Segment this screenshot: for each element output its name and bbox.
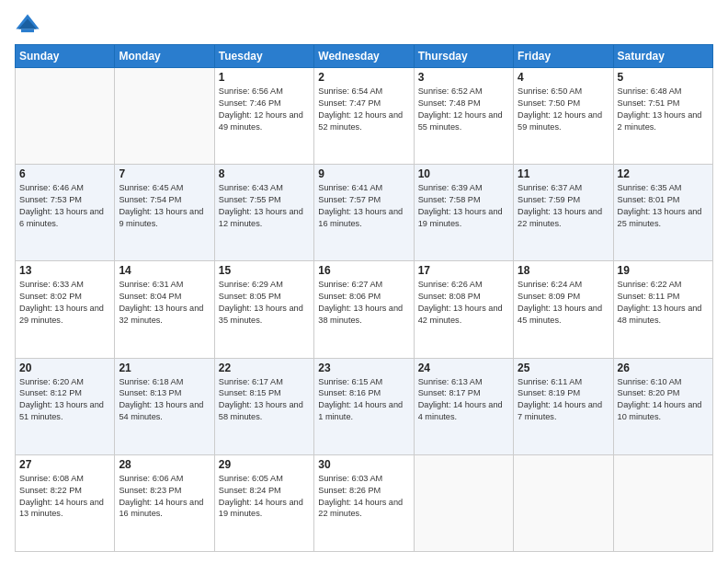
day-info: Sunrise: 6:26 AM Sunset: 8:08 PM Dayligh… — [418, 279, 509, 327]
calendar-cell: 6Sunrise: 6:46 AM Sunset: 7:53 PM Daylig… — [16, 165, 115, 261]
weekday-wednesday: Wednesday — [314, 45, 414, 68]
calendar-cell: 23Sunrise: 6:15 AM Sunset: 8:16 PM Dayli… — [314, 358, 414, 454]
day-number: 25 — [518, 362, 609, 374]
calendar-cell — [514, 454, 613, 551]
weekday-saturday: Saturday — [613, 45, 712, 68]
weekday-header-row: SundayMondayTuesdayWednesdayThursdayFrid… — [16, 45, 713, 68]
day-number: 21 — [119, 362, 210, 374]
logo — [15, 11, 44, 37]
svg-rect-2 — [21, 29, 34, 32]
day-number: 16 — [318, 264, 409, 277]
week-row-5: 27Sunrise: 6:08 AM Sunset: 8:22 PM Dayli… — [16, 454, 713, 551]
calendar-cell: 30Sunrise: 6:03 AM Sunset: 8:26 PM Dayli… — [314, 454, 414, 551]
calendar-cell: 29Sunrise: 6:05 AM Sunset: 8:24 PM Dayli… — [214, 454, 313, 551]
day-number: 19 — [618, 264, 709, 277]
day-number: 15 — [219, 264, 310, 277]
day-info: Sunrise: 6:35 AM Sunset: 8:01 PM Dayligh… — [618, 182, 709, 230]
day-info: Sunrise: 6:05 AM Sunset: 8:24 PM Dayligh… — [219, 473, 310, 521]
weekday-monday: Monday — [115, 45, 214, 68]
day-number: 18 — [518, 264, 609, 277]
calendar-cell: 9Sunrise: 6:41 AM Sunset: 7:57 PM Daylig… — [314, 165, 414, 261]
day-number: 3 — [418, 71, 509, 84]
day-info: Sunrise: 6:39 AM Sunset: 7:58 PM Dayligh… — [418, 182, 509, 230]
day-info: Sunrise: 6:24 AM Sunset: 8:09 PM Dayligh… — [518, 279, 609, 327]
week-row-2: 6Sunrise: 6:46 AM Sunset: 7:53 PM Daylig… — [16, 165, 713, 261]
day-number: 28 — [119, 458, 210, 471]
calendar-cell: 25Sunrise: 6:11 AM Sunset: 8:19 PM Dayli… — [514, 358, 613, 454]
weekday-tuesday: Tuesday — [214, 45, 313, 68]
calendar-cell — [115, 68, 214, 165]
calendar-cell: 18Sunrise: 6:24 AM Sunset: 8:09 PM Dayli… — [514, 261, 613, 358]
day-info: Sunrise: 6:48 AM Sunset: 7:51 PM Dayligh… — [618, 86, 709, 133]
header — [15, 11, 713, 37]
calendar-cell: 10Sunrise: 6:39 AM Sunset: 7:58 PM Dayli… — [414, 165, 513, 261]
calendar-cell: 4Sunrise: 6:50 AM Sunset: 7:50 PM Daylig… — [514, 68, 613, 165]
day-info: Sunrise: 6:10 AM Sunset: 8:20 PM Dayligh… — [618, 376, 709, 424]
day-info: Sunrise: 6:43 AM Sunset: 7:55 PM Dayligh… — [219, 182, 310, 230]
weekday-friday: Friday — [514, 45, 613, 68]
weekday-thursday: Thursday — [414, 45, 513, 68]
calendar-cell: 14Sunrise: 6:31 AM Sunset: 8:04 PM Dayli… — [115, 261, 214, 358]
day-number: 14 — [119, 264, 210, 277]
calendar-cell — [613, 454, 712, 551]
day-info: Sunrise: 6:27 AM Sunset: 8:06 PM Dayligh… — [318, 279, 409, 327]
day-info: Sunrise: 6:13 AM Sunset: 8:17 PM Dayligh… — [418, 376, 509, 424]
week-row-1: 1Sunrise: 6:56 AM Sunset: 7:46 PM Daylig… — [16, 68, 713, 165]
calendar-cell: 8Sunrise: 6:43 AM Sunset: 7:55 PM Daylig… — [214, 165, 313, 261]
day-number: 6 — [19, 167, 110, 180]
day-info: Sunrise: 6:03 AM Sunset: 8:26 PM Dayligh… — [318, 473, 409, 521]
calendar-cell: 11Sunrise: 6:37 AM Sunset: 7:59 PM Dayli… — [514, 165, 613, 261]
calendar-cell — [414, 454, 513, 551]
day-number: 9 — [318, 167, 409, 180]
day-info: Sunrise: 6:56 AM Sunset: 7:46 PM Dayligh… — [219, 86, 310, 133]
day-number: 11 — [518, 167, 609, 180]
calendar-cell: 7Sunrise: 6:45 AM Sunset: 7:54 PM Daylig… — [115, 165, 214, 261]
logo-icon — [15, 11, 40, 37]
day-info: Sunrise: 6:37 AM Sunset: 7:59 PM Dayligh… — [518, 182, 609, 230]
day-info: Sunrise: 6:20 AM Sunset: 8:12 PM Dayligh… — [19, 376, 110, 424]
week-row-4: 20Sunrise: 6:20 AM Sunset: 8:12 PM Dayli… — [16, 358, 713, 454]
day-info: Sunrise: 6:17 AM Sunset: 8:15 PM Dayligh… — [219, 376, 310, 424]
day-number: 27 — [19, 458, 110, 471]
day-info: Sunrise: 6:41 AM Sunset: 7:57 PM Dayligh… — [318, 182, 409, 230]
calendar-cell: 20Sunrise: 6:20 AM Sunset: 8:12 PM Dayli… — [16, 358, 115, 454]
calendar-cell: 22Sunrise: 6:17 AM Sunset: 8:15 PM Dayli… — [214, 358, 313, 454]
day-number: 24 — [418, 362, 509, 374]
day-number: 23 — [318, 362, 409, 374]
day-number: 22 — [219, 362, 310, 374]
day-info: Sunrise: 6:50 AM Sunset: 7:50 PM Dayligh… — [518, 86, 609, 133]
day-number: 1 — [219, 71, 310, 84]
calendar-cell — [16, 68, 115, 165]
calendar-cell: 15Sunrise: 6:29 AM Sunset: 8:05 PM Dayli… — [214, 261, 313, 358]
week-row-3: 13Sunrise: 6:33 AM Sunset: 8:02 PM Dayli… — [16, 261, 713, 358]
day-info: Sunrise: 6:52 AM Sunset: 7:48 PM Dayligh… — [418, 86, 509, 133]
day-info: Sunrise: 6:18 AM Sunset: 8:13 PM Dayligh… — [119, 376, 210, 424]
day-info: Sunrise: 6:11 AM Sunset: 8:19 PM Dayligh… — [518, 376, 609, 424]
calendar-cell: 12Sunrise: 6:35 AM Sunset: 8:01 PM Dayli… — [613, 165, 712, 261]
day-info: Sunrise: 6:06 AM Sunset: 8:23 PM Dayligh… — [119, 473, 210, 521]
calendar-cell: 16Sunrise: 6:27 AM Sunset: 8:06 PM Dayli… — [314, 261, 414, 358]
day-info: Sunrise: 6:45 AM Sunset: 7:54 PM Dayligh… — [119, 182, 210, 230]
day-number: 4 — [518, 71, 609, 84]
day-info: Sunrise: 6:33 AM Sunset: 8:02 PM Dayligh… — [19, 279, 110, 327]
day-number: 20 — [19, 362, 110, 374]
calendar-cell: 19Sunrise: 6:22 AM Sunset: 8:11 PM Dayli… — [613, 261, 712, 358]
calendar-cell: 27Sunrise: 6:08 AM Sunset: 8:22 PM Dayli… — [16, 454, 115, 551]
calendar-cell: 3Sunrise: 6:52 AM Sunset: 7:48 PM Daylig… — [414, 68, 513, 165]
calendar-cell: 1Sunrise: 6:56 AM Sunset: 7:46 PM Daylig… — [214, 68, 313, 165]
day-number: 5 — [618, 71, 709, 84]
weekday-sunday: Sunday — [16, 45, 115, 68]
calendar-cell: 24Sunrise: 6:13 AM Sunset: 8:17 PM Dayli… — [414, 358, 513, 454]
calendar-cell: 5Sunrise: 6:48 AM Sunset: 7:51 PM Daylig… — [613, 68, 712, 165]
day-number: 17 — [418, 264, 509, 277]
day-number: 2 — [318, 71, 409, 84]
day-info: Sunrise: 6:15 AM Sunset: 8:16 PM Dayligh… — [318, 376, 409, 424]
day-number: 8 — [219, 167, 310, 180]
day-number: 10 — [418, 167, 509, 180]
calendar-cell: 2Sunrise: 6:54 AM Sunset: 7:47 PM Daylig… — [314, 68, 414, 165]
page: SundayMondayTuesdayWednesdayThursdayFrid… — [0, 0, 728, 563]
day-info: Sunrise: 6:31 AM Sunset: 8:04 PM Dayligh… — [119, 279, 210, 327]
day-number: 26 — [618, 362, 709, 374]
calendar-cell: 17Sunrise: 6:26 AM Sunset: 8:08 PM Dayli… — [414, 261, 513, 358]
calendar-cell: 13Sunrise: 6:33 AM Sunset: 8:02 PM Dayli… — [16, 261, 115, 358]
